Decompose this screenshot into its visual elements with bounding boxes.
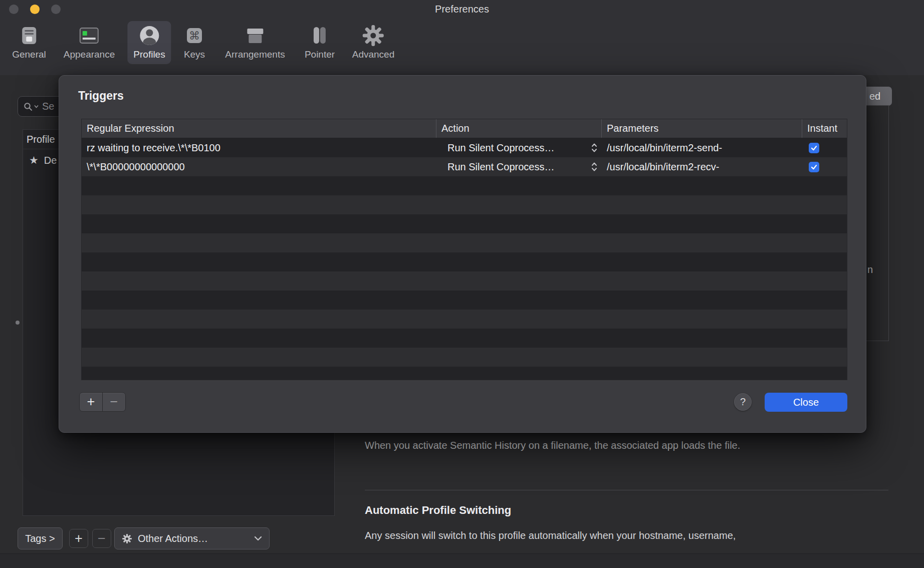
toolbar-item-pointer[interactable]: Pointer <box>299 21 341 64</box>
trigger-regex: rz waiting to receive.\*\*B0100 <box>82 138 436 157</box>
add-profile-button[interactable]: + <box>69 529 88 548</box>
trigger-empty-row <box>82 214 847 233</box>
groupbox-top-border <box>866 105 889 106</box>
automatic-profile-switching-title: Automatic Profile Switching <box>365 504 511 517</box>
toolbar-label-profiles: Profiles <box>133 49 165 60</box>
general-icon <box>18 24 41 47</box>
trigger-instant-cell <box>802 157 847 176</box>
trigger-empty-row <box>82 176 847 195</box>
arrangements-icon <box>244 24 267 47</box>
add-trigger-button[interactable]: + <box>79 392 103 412</box>
preferences-window: Preferences General Appearance Profiles … <box>0 0 924 568</box>
close-button[interactable]: Close <box>765 393 847 412</box>
toolbar-item-general[interactable]: General <box>6 21 52 64</box>
trigger-row[interactable]: \*\*B00000000000000Run Silent Coprocess…… <box>82 157 847 176</box>
semantic-history-note: When you activate Semantic History on a … <box>365 440 740 451</box>
chevron-down-icon <box>254 536 262 541</box>
pointer-icon <box>308 24 331 47</box>
toolbar-label-appearance: Appearance <box>64 49 115 60</box>
triggers-table-header: Regular Expression Action Parameters Ins… <box>82 119 847 138</box>
automatic-profile-switching-body: Any session will switch to this profile … <box>365 530 736 541</box>
column-header-regex[interactable]: Regular Expression <box>82 119 436 138</box>
window-close-button[interactable] <box>9 5 19 14</box>
trigger-empty-row <box>82 233 847 252</box>
instant-checkbox[interactable] <box>809 143 819 153</box>
keys-icon: ⌘ <box>183 24 206 47</box>
column-header-parameters[interactable]: Parameters <box>602 119 802 138</box>
window-bottom-strip <box>0 553 924 568</box>
traffic-lights <box>9 5 61 14</box>
trigger-empty-row <box>82 252 847 271</box>
toolbar-item-arrangements[interactable]: Arrangements <box>219 21 291 64</box>
toolbar-label-general: General <box>12 49 46 60</box>
triggers-table: Regular Expression Action Parameters Ins… <box>81 119 847 380</box>
trigger-empty-row <box>82 367 847 380</box>
triggers-table-body: rz waiting to receive.\*\*B0100Run Silen… <box>82 138 847 380</box>
trigger-parameters: /usr/local/bin/iterm2-send- <box>602 138 802 157</box>
help-button[interactable]: ? <box>734 393 752 411</box>
splitter-dot <box>16 321 20 325</box>
titlebar: Preferences <box>0 0 924 18</box>
popup-stepper-icon <box>591 161 598 172</box>
clipped-text-fragment: n <box>867 264 873 275</box>
triggers-title: Triggers <box>78 89 124 103</box>
remove-profile-button[interactable]: − <box>92 529 111 548</box>
profile-name-fragment: De <box>44 155 57 166</box>
search-scope-chevron-icon <box>34 105 39 108</box>
trigger-empty-row <box>82 291 847 310</box>
profiles-icon <box>138 24 161 47</box>
toolbar-label-advanced: Advanced <box>352 49 395 60</box>
instant-checkbox[interactable] <box>809 162 819 172</box>
toolbar-item-advanced[interactable]: Advanced <box>346 21 401 64</box>
trigger-empty-row <box>82 348 847 367</box>
other-actions-label: Other Actions… <box>138 533 208 544</box>
other-actions-dropdown[interactable]: Other Actions… <box>114 527 270 549</box>
window-title: Preferences <box>0 0 924 18</box>
trigger-empty-row <box>82 310 847 329</box>
search-icon <box>23 102 33 112</box>
gear-icon <box>362 24 385 47</box>
window-minimize-button[interactable] <box>30 5 40 14</box>
appearance-icon <box>78 24 101 47</box>
column-header-instant[interactable]: Instant <box>802 119 847 138</box>
tags-button[interactable]: Tags > <box>18 527 63 549</box>
gear-icon-small <box>122 533 132 544</box>
search-text-fragment: Se <box>42 101 54 112</box>
remove-trigger-button[interactable]: − <box>102 392 126 412</box>
column-header-action[interactable]: Action <box>436 119 602 138</box>
groupbox-bottom-border <box>866 341 889 341</box>
triggers-sheet: Triggers Regular Expression Action Param… <box>59 75 866 433</box>
trigger-action-label: Run Silent Coprocess… <box>447 142 554 154</box>
trigger-action-popup[interactable]: Run Silent Coprocess… <box>436 157 602 176</box>
toolbar-item-keys[interactable]: ⌘ Keys <box>177 21 212 64</box>
svg-text:⌘: ⌘ <box>189 30 200 42</box>
groupbox-right-border <box>888 105 889 341</box>
trigger-action-popup[interactable]: Run Silent Coprocess… <box>436 138 602 157</box>
trigger-action-label: Run Silent Coprocess… <box>447 161 554 173</box>
toolbar-label-keys: Keys <box>184 49 205 60</box>
toolbar-label-arrangements: Arrangements <box>225 49 285 60</box>
window-zoom-button[interactable] <box>51 5 61 14</box>
trigger-empty-row <box>82 271 847 291</box>
trigger-empty-row <box>82 195 847 214</box>
popup-stepper-icon <box>591 142 598 153</box>
toolbar-label-pointer: Pointer <box>305 49 335 60</box>
trigger-regex: \*\*B00000000000000 <box>82 157 436 176</box>
trigger-empty-row <box>82 329 847 348</box>
add-remove-trigger-segment: + − <box>79 392 126 412</box>
trigger-row[interactable]: rz waiting to receive.\*\*B0100Run Silen… <box>82 138 847 157</box>
trigger-parameters: /usr/local/bin/iterm2-recv- <box>602 157 802 176</box>
default-star-icon: ★ <box>29 154 39 166</box>
toolbar-item-profiles[interactable]: Profiles <box>127 21 171 64</box>
section-divider <box>365 490 888 490</box>
trigger-instant-cell <box>802 138 847 157</box>
toolbar-item-appearance[interactable]: Appearance <box>58 21 121 64</box>
